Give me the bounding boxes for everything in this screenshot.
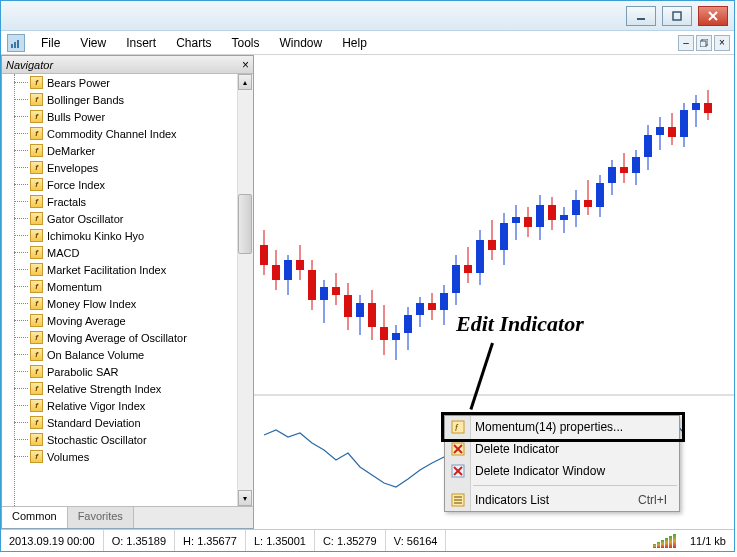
menu-help[interactable]: Help [332,32,377,54]
navigator-item[interactable]: fBulls Power [2,108,253,125]
indicator-icon: f [30,110,43,123]
tab-favorites[interactable]: Favorites [68,507,134,528]
svg-rect-6 [17,40,19,48]
navigator-item[interactable]: fMoney Flow Index [2,295,253,312]
svg-rect-50 [500,223,508,250]
svg-rect-42 [452,265,460,293]
navigator-item-label: Force Index [47,179,105,191]
menu-tools[interactable]: Tools [222,32,270,54]
svg-rect-40 [440,293,448,310]
ctx-delete-indicator[interactable]: Delete Indicator [445,438,679,460]
menu-charts[interactable]: Charts [166,32,221,54]
ctx-delete-indicator-label: Delete Indicator [475,442,559,456]
indicator-icon: f [30,331,43,344]
navigator-item-label: Relative Strength Index [47,383,161,395]
svg-rect-78 [668,127,676,137]
navigator-item[interactable]: fParabolic SAR [2,363,253,380]
navigator-item[interactable]: fDeMarker [2,142,253,159]
navigator-panel: Navigator × fBears PowerfBollinger Bands… [1,55,254,529]
scroll-down-icon[interactable]: ▾ [238,490,252,506]
menu-window[interactable]: Window [270,32,333,54]
navigator-item[interactable]: fForce Index [2,176,253,193]
ctx-properties[interactable]: f Momentum(14) properties... [445,416,679,438]
navigator-item[interactable]: fGator Oscillator [2,210,253,227]
navigator-item[interactable]: fMoving Average [2,312,253,329]
navigator-item-label: Bulls Power [47,111,105,123]
status-volume: V: 56164 [386,530,447,551]
navigator-item[interactable]: fStandard Deviation [2,414,253,431]
scroll-thumb[interactable] [238,194,252,254]
navigator-item[interactable]: fMoving Average of Oscillator [2,329,253,346]
navigator-item[interactable]: fIchimoku Kinko Hyo [2,227,253,244]
app-icon [7,34,25,52]
titlebar [1,1,734,31]
navigator-item[interactable]: fRelative Vigor Index [2,397,253,414]
navigator-item[interactable]: fMomentum [2,278,253,295]
connection-bars-icon [647,534,682,548]
scroll-up-icon[interactable]: ▴ [238,74,252,90]
navigator-item-label: Ichimoku Kinko Hyo [47,230,144,242]
svg-rect-80 [680,110,688,137]
navigator-item-label: On Balance Volume [47,349,144,361]
svg-rect-5 [14,42,16,48]
navigator-item-label: Relative Vigor Index [47,400,145,412]
menu-insert[interactable]: Insert [116,32,166,54]
status-traffic: 11/1 kb [682,530,734,551]
navigator-item[interactable]: fFractals [2,193,253,210]
navigator-scrollbar[interactable]: ▴ ▾ [237,74,253,506]
svg-rect-10 [260,245,268,265]
navigator-item[interactable]: fMACD [2,244,253,261]
close-button[interactable] [698,6,728,26]
navigator-item-label: Parabolic SAR [47,366,119,378]
svg-rect-62 [572,200,580,215]
mdi-minimize-button[interactable]: – [678,35,694,51]
menu-file[interactable]: File [31,32,70,54]
navigator-item-label: Commodity Channel Index [47,128,177,140]
ctx-indicators-list[interactable]: Indicators List Ctrl+I [445,489,679,511]
svg-rect-24 [344,295,352,317]
navigator-item[interactable]: fRelative Strength Index [2,380,253,397]
menu-view[interactable]: View [70,32,116,54]
status-datetime: 2013.09.19 00:00 [1,530,104,551]
navigator-item[interactable]: fCommodity Channel Index [2,125,253,142]
navigator-item-label: Momentum [47,281,102,293]
maximize-button[interactable] [662,6,692,26]
ctx-properties-label: Momentum(14) properties... [475,420,623,434]
ctx-delete-window[interactable]: Delete Indicator Window [445,460,679,482]
status-low: L: 1.35001 [246,530,315,551]
indicator-icon: f [30,195,43,208]
navigator-close-icon[interactable]: × [242,58,249,72]
navigator-item-label: Bears Power [47,77,110,89]
status-high: H: 1.35677 [175,530,246,551]
app-window: File View Insert Charts Tools Window Hel… [0,0,735,552]
svg-rect-12 [272,265,280,280]
context-menu: f Momentum(14) properties... Delete Indi… [444,415,680,512]
indicator-icon: f [30,161,43,174]
indicator-icon: f [30,450,43,463]
minimize-button[interactable] [626,6,656,26]
mdi-close-button[interactable]: × [714,35,730,51]
svg-rect-30 [380,327,388,340]
tab-common[interactable]: Common [2,507,68,528]
svg-rect-60 [560,215,568,220]
statusbar: 2013.09.19 00:00 O: 1.35189 H: 1.35677 L… [1,529,734,551]
navigator-item[interactable]: fMarket Facilitation Index [2,261,253,278]
indicator-icon: f [30,229,43,242]
svg-rect-56 [536,205,544,227]
navigator-item[interactable]: fOn Balance Volume [2,346,253,363]
svg-rect-68 [608,167,616,183]
svg-rect-52 [512,217,520,223]
navigator-item[interactable]: fEnvelopes [2,159,253,176]
navigator-item[interactable]: fStochastic Oscillator [2,431,253,448]
navigator-item[interactable]: fBollinger Bands [2,91,253,108]
delete-icon [450,441,466,457]
mdi-restore-button[interactable] [696,35,712,51]
indicator-icon: f [30,416,43,429]
navigator-tree: fBears PowerfBollinger BandsfBulls Power… [2,74,253,506]
svg-rect-34 [404,315,412,333]
navigator-item[interactable]: fBears Power [2,74,253,91]
svg-rect-18 [308,270,316,300]
navigator-item-label: Envelopes [47,162,98,174]
navigator-item[interactable]: fVolumes [2,448,253,465]
navigator-item-label: Gator Oscillator [47,213,123,225]
